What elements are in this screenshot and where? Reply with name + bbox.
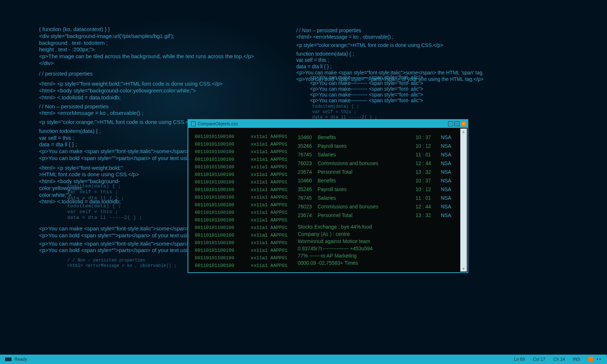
bg-code-right-mono: todoitem(data) { ; var self = this ; dat… xyxy=(312,104,377,120)
table-row: 10460Benefits10 : 37NSA xyxy=(298,176,459,185)
status-line: Ln 69 xyxy=(514,357,525,362)
data-table: 10460Benefits10 : 37NSA35246Payroll taxe… xyxy=(298,133,459,220)
status-indicator-icon xyxy=(5,358,12,361)
status-dots: •• xyxy=(597,357,602,362)
extra-text: Stocks Exchange : bye 44% foodCompany (A… xyxy=(298,223,459,266)
table-row: 76023Commissions and bonuses12 : 44NSA xyxy=(298,202,459,211)
hex-column: xx11a1 AAPP01xx11a1 AAPP01xx11a1 AAPP01x… xyxy=(251,133,290,267)
status-ins: INS xyxy=(573,357,580,362)
table-row: 35246Payroll taxes10 : 12NSA xyxy=(298,142,459,150)
close-button[interactable]: ✕ xyxy=(461,121,466,126)
status-alert-icon[interactable] xyxy=(588,357,593,362)
table-row: 23674Personnel Total13 : 32NSA xyxy=(298,168,459,176)
status-col: Col 17 xyxy=(533,357,546,362)
table-row: 76023Commissions and bonuses12 : 44NSA xyxy=(298,159,459,168)
status-ch: Ch 14 xyxy=(554,357,565,362)
table-row: 23674Personnel Total13 : 32NSA xyxy=(298,211,459,220)
binary-column: 0011010110010000110101100100001101011001… xyxy=(195,133,251,267)
document-icon xyxy=(191,121,195,126)
window-title: CompareObjects.css xyxy=(198,121,238,126)
table-row: 76745Salaries11 : 01NSA xyxy=(298,150,459,159)
scroll-up-icon[interactable]: ▲ xyxy=(462,129,466,134)
table-row: 10460Benefits10 : 37NSA xyxy=(298,133,459,142)
table-row: 35246Payroll taxes10 : 12NSA xyxy=(298,185,459,194)
scrollbar[interactable]: ▲ ▼ xyxy=(460,129,467,272)
table-row: 76745Salaries11 : 01NSA xyxy=(298,194,459,202)
titlebar[interactable]: CompareObjects.css ─ ▢ ✕ xyxy=(188,120,468,128)
bg-code-right-rep: <p>You can make---------- <span style="f… xyxy=(310,74,423,103)
window-body: 0011010110010000110101100100001101011001… xyxy=(188,128,468,272)
minimize-button[interactable]: ─ xyxy=(448,121,453,126)
bg-code-left-footer: / / Non – persisted properties <html> <e… xyxy=(67,258,176,269)
statusbar: Ready Ln 69 Col 17 Ch 14 INS •• xyxy=(0,355,607,364)
scroll-down-icon[interactable]: ▼ xyxy=(462,266,466,272)
editor-window: CompareObjects.css ─ ▢ ✕ 001101011001000… xyxy=(188,119,468,273)
status-ready: Ready xyxy=(14,357,27,362)
maximize-button[interactable]: ▢ xyxy=(455,121,460,126)
bg-code-left-mono: todoitem(data) { ; var self = this ; dat… xyxy=(67,183,142,221)
data-pane: 10460Benefits10 : 37NSA35246Payroll taxe… xyxy=(290,133,459,267)
